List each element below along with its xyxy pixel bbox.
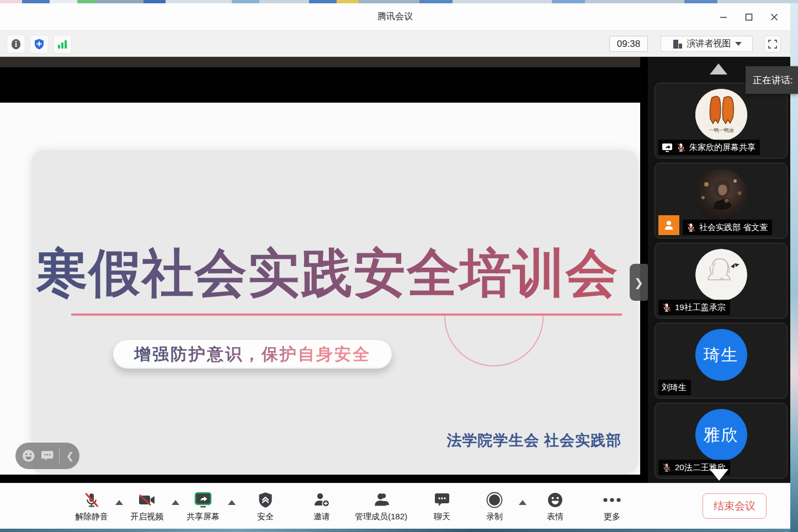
share-screen-label: 共享屏幕 bbox=[187, 512, 220, 522]
invite-button[interactable]: 邀请 bbox=[305, 491, 339, 522]
fullscreen-button[interactable] bbox=[764, 35, 781, 52]
security-button[interactable]: 安全 bbox=[248, 491, 283, 522]
invite-label: 邀请 bbox=[313, 512, 330, 522]
emoji-smiley-icon bbox=[547, 491, 563, 509]
slide-decorative-arc bbox=[444, 316, 544, 368]
screen-share-icon bbox=[662, 143, 673, 152]
meeting-toolbar: 09:38 演讲者视图 bbox=[0, 30, 790, 57]
share-options-caret[interactable] bbox=[228, 500, 236, 505]
divider bbox=[59, 449, 60, 463]
security-label: 安全 bbox=[257, 512, 274, 522]
meeting-timer: 09:38 bbox=[609, 36, 648, 52]
network-signal-icon bbox=[56, 38, 68, 50]
window-controls bbox=[711, 3, 787, 30]
smiley-icon[interactable] bbox=[21, 448, 36, 464]
shield-plus-icon bbox=[33, 38, 45, 50]
titlebar: 腾讯会议 bbox=[0, 3, 790, 30]
mic-muted-icon bbox=[83, 491, 100, 509]
avatar bbox=[695, 169, 747, 221]
shared-screen-stage: 寒假社会实践安全培训会 增强防护意识，保护自身安全 法学院学生会 社会实践部 bbox=[0, 57, 648, 483]
network-quality-button[interactable] bbox=[53, 35, 72, 54]
participant-tile[interactable]: 雅欣 20法二王雅欣 bbox=[655, 403, 788, 478]
participant-name: 朱家欣的屏幕共享 bbox=[689, 142, 756, 153]
scroll-up-arrow[interactable] bbox=[710, 63, 727, 75]
invite-person-icon bbox=[313, 491, 331, 509]
collapse-sidebar-tab[interactable]: ❯ bbox=[630, 264, 648, 301]
participant-name-bar: 刘琦生 bbox=[658, 380, 691, 395]
chevron-down-icon bbox=[735, 42, 742, 46]
mic-muted-icon bbox=[676, 142, 686, 152]
collapse-reactions-icon[interactable]: ❮ bbox=[64, 450, 74, 462]
participant-name-bar: 社会实践部 省文萱 bbox=[683, 220, 772, 235]
content-area: 寒假社会实践安全培训会 增强防护意识，保护自身安全 法学院学生会 社会实践部 bbox=[0, 57, 790, 483]
minimize-icon bbox=[720, 13, 727, 21]
member-badge-icon bbox=[658, 215, 679, 235]
chat-label: 聊天 bbox=[434, 512, 450, 522]
mic-muted-icon bbox=[662, 462, 672, 472]
quick-reaction-bar[interactable]: ❮ bbox=[15, 443, 79, 469]
slide-subtitle-pill: 增强防护意识，保护自身安全 bbox=[113, 340, 392, 369]
fullscreen-icon bbox=[768, 39, 778, 49]
shared-screen-top-strip bbox=[0, 57, 640, 67]
participant-tile[interactable]: 一鸭一鸭油 朱家欣的屏幕共享 bbox=[655, 83, 788, 158]
slide-title: 寒假社会实践安全培训会 bbox=[36, 238, 643, 308]
mic-muted-icon bbox=[662, 302, 672, 312]
status-icons bbox=[7, 35, 72, 54]
share-screen-icon bbox=[194, 491, 212, 509]
manage-members-label: 管理成员(182) bbox=[355, 512, 407, 522]
mic-muted-icon bbox=[686, 222, 696, 232]
slide-subtitle: 增强防护意识，保护自身安全 bbox=[134, 343, 371, 366]
app-title: 腾讯会议 bbox=[0, 3, 790, 30]
layout-icon bbox=[672, 39, 683, 50]
emoji-label: 表情 bbox=[547, 512, 563, 522]
avatar-initials: 雅欣 bbox=[704, 424, 739, 446]
participant-name-bar: 19社工盖承宗 bbox=[658, 300, 730, 315]
scroll-down-arrow[interactable] bbox=[710, 469, 728, 481]
start-video-button[interactable]: 开启视频 bbox=[125, 491, 168, 522]
bottom-toolbar: 解除静音 开启视频 共享屏幕 安全 邀请 bbox=[0, 483, 790, 529]
unmute-button[interactable]: 解除静音 bbox=[70, 491, 113, 522]
more-button[interactable]: 更多 bbox=[595, 491, 629, 522]
share-screen-button[interactable]: 共享屏幕 bbox=[182, 491, 225, 522]
participant-tile[interactable]: 19社工盖承宗 bbox=[655, 243, 788, 318]
meeting-protection-button[interactable] bbox=[30, 35, 49, 54]
chat-button[interactable]: 聊天 bbox=[425, 491, 459, 522]
participant-tile[interactable]: 社会实践部 省文萱 bbox=[655, 163, 788, 238]
view-mode-selector[interactable]: 演讲者视图 bbox=[661, 36, 753, 52]
manage-members-button[interactable]: 管理成员(182) bbox=[349, 491, 413, 522]
video-options-caret[interactable] bbox=[172, 500, 179, 505]
audio-options-caret[interactable] bbox=[115, 500, 123, 505]
desktop-bottom-sliver bbox=[0, 529, 790, 532]
sketch-avatar-image bbox=[695, 249, 747, 301]
participant-tile[interactable]: 琦生 刘琦生 bbox=[655, 323, 788, 398]
more-label: 更多 bbox=[604, 512, 620, 522]
unmute-label: 解除静音 bbox=[75, 512, 108, 522]
participant-name: 19社工盖承宗 bbox=[675, 302, 726, 313]
end-meeting-button[interactable]: 结束会议 bbox=[703, 493, 767, 519]
avatar: 一鸭一鸭油 bbox=[695, 89, 747, 141]
avatar: 雅欣 bbox=[695, 409, 747, 461]
view-mode-label: 演讲者视图 bbox=[687, 38, 731, 50]
meeting-window: 腾讯会议 bbox=[0, 3, 790, 529]
security-shield-icon bbox=[258, 491, 273, 509]
emoji-button[interactable]: 表情 bbox=[538, 491, 572, 522]
participants-sidebar: 一鸭一鸭油 朱家欣的屏幕共享 bbox=[648, 57, 790, 483]
maximize-button[interactable] bbox=[736, 6, 762, 28]
shared-screen-content: 寒假社会实践安全培训会 增强防护意识，保护自身安全 法学院学生会 社会实践部 bbox=[0, 103, 640, 475]
record-label: 录制 bbox=[486, 512, 503, 522]
maximize-icon bbox=[745, 13, 753, 21]
photo-avatar-image bbox=[695, 169, 747, 221]
chat-bubble-icon[interactable] bbox=[40, 449, 54, 463]
close-button[interactable] bbox=[762, 6, 787, 28]
minimize-button[interactable] bbox=[711, 6, 736, 28]
meeting-info-button[interactable] bbox=[7, 35, 25, 54]
camera-off-icon bbox=[138, 491, 156, 509]
record-options-caret[interactable] bbox=[519, 500, 526, 505]
record-icon bbox=[486, 491, 503, 509]
slide-department: 法学院学生会 社会实践部 bbox=[446, 430, 621, 450]
letterbox bbox=[0, 67, 640, 103]
record-button[interactable]: 录制 bbox=[477, 491, 512, 522]
participant-name: 刘琦生 bbox=[662, 382, 687, 393]
chat-icon bbox=[434, 491, 450, 509]
svg-text:一鸭一鸭油: 一鸭一鸭油 bbox=[709, 127, 733, 133]
